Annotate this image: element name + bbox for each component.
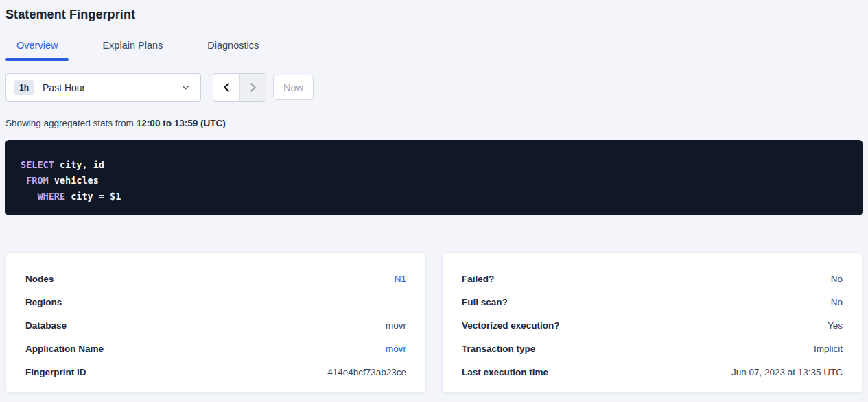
summary-row-application-name: Application Name movr [25, 337, 406, 360]
duration-badge: 1h [14, 80, 34, 95]
tab-diagnostics[interactable]: Diagnostics [196, 39, 270, 60]
execution-attributes-card: Failed? No Full scan? No Vectorized exec… [442, 252, 863, 393]
tab-overview[interactable]: Overview [5, 39, 69, 60]
transaction-type-value: Implicit [814, 344, 843, 354]
time-controls: 1h Past Hour Now [5, 73, 863, 102]
summary-row-full-scan: Full scan? No [462, 290, 843, 314]
stats-range: 12:00 to 13:59 (UTC) [137, 118, 226, 128]
summary-row-database: Database movr [25, 314, 406, 337]
time-range-dropdown[interactable]: 1h Past Hour [5, 73, 201, 102]
summary-row-vectorized: Vectorized execution? Yes [462, 314, 843, 337]
database-value: movr [386, 320, 406, 331]
failed-value: No [831, 274, 843, 284]
chevron-right-icon [248, 82, 258, 93]
summary-row-nodes: Nodes N1 [25, 267, 406, 290]
summary-cards: Nodes N1 Regions Database movr Applicati… [5, 252, 863, 393]
summary-label: Regions [25, 297, 62, 307]
stats-prefix: Showing aggregated stats from [5, 118, 134, 128]
summary-label: Transaction type [462, 344, 535, 354]
sql-line: WHERE city = $1 [21, 189, 849, 204]
sql-line: FROM vehicles [21, 173, 849, 189]
vectorized-value: Yes [828, 320, 843, 331]
summary-row-failed: Failed? No [462, 267, 843, 290]
summary-label: Database [25, 320, 67, 331]
full-scan-value: No [831, 297, 843, 307]
now-button[interactable]: Now [273, 75, 314, 100]
chevron-left-icon [222, 82, 232, 93]
summary-label: Fingerprint ID [25, 367, 86, 377]
sql-statement-box: SELECT city, id FROM vehicles WHERE city… [5, 140, 863, 215]
summary-label: Full scan? [462, 297, 508, 307]
summary-row-regions: Regions [25, 290, 406, 314]
nodes-link[interactable]: N1 [395, 274, 406, 284]
summary-row-fingerprint-id: Fingerprint ID 414e4bcf73ab23ce [25, 360, 406, 383]
chevron-down-icon [181, 83, 190, 92]
interval-arrow-group [213, 73, 266, 102]
tab-explain-plans[interactable]: Explain Plans [91, 39, 174, 60]
fingerprint-id-value: 414e4bcf73ab23ce [327, 367, 406, 377]
statement-details-card: Nodes N1 Regions Database movr Applicati… [5, 252, 426, 393]
time-range-label: Past Hour [43, 82, 181, 93]
aggregated-stats-line: Showing aggregated stats from12:00 to 13… [5, 118, 863, 128]
summary-row-transaction-type: Transaction type Implicit [462, 337, 843, 360]
summary-label: Application Name [25, 344, 104, 354]
summary-label: Nodes [25, 274, 54, 284]
summary-label: Last execution time [462, 367, 548, 377]
statement-fingerprint-page: Statement Fingerprint Overview Explain P… [0, 0, 868, 393]
page-title: Statement Fingerprint [5, 0, 863, 22]
last-execution-time-value: Jun 07, 2023 at 13:35 UTC [731, 367, 843, 377]
previous-interval-button[interactable] [213, 74, 239, 101]
sql-line: SELECT city, id [21, 157, 849, 173]
summary-label: Vectorized execution? [462, 320, 560, 331]
next-interval-button[interactable] [239, 74, 266, 101]
summary-row-last-execution-time: Last execution time Jun 07, 2023 at 13:3… [462, 360, 843, 383]
summary-label: Failed? [462, 274, 494, 284]
tab-bar: Overview Explain Plans Diagnostics [5, 39, 863, 60]
application-name-link[interactable]: movr [386, 344, 406, 354]
